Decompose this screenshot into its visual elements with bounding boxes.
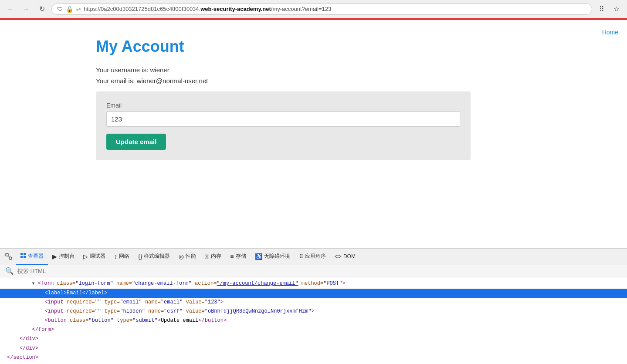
url-normal: https://0a2c00d30321725d81c65c4800f30034… [84,6,200,12]
shield-icon: 🛡 [57,6,63,13]
devtools-tab-app[interactable]: ⠿ 应用程序 [295,249,330,265]
app-label: 应用程序 [305,253,326,260]
browser-chrome: ← → ↻ 🛡 🔒 ⇌ https://0a2c00d30321725d81c6… [0,0,627,18]
devtools-tab-perf[interactable]: ◎ 性能 [174,249,200,265]
dom-label: DOM [343,253,356,260]
form-card: Email Update email [96,91,471,160]
home-link[interactable]: Home [602,29,618,36]
reload-button[interactable]: ↻ [36,3,48,15]
code-line-8: </div> [0,344,627,353]
storage-label: 存储 [236,253,246,260]
devtools-tab-memory[interactable]: ⧖ 内存 [200,249,226,265]
devtools-panel: 查看器 ▶ 控制台 ▷ 调试器 ↕ 网络 {} 样式编辑器 ◎ 性能 ⧖ 内存 … [0,248,627,364]
code-line-1: ▼ <form class="login-form" name="change-… [0,279,627,288]
email-label: Email [106,102,460,109]
email-input[interactable] [106,111,460,127]
console-icon: ▶ [52,253,57,260]
style-icon: {} [138,253,142,260]
update-email-button[interactable]: Update email [106,134,166,150]
tune-icon: ⇌ [76,6,81,13]
address-text: https://0a2c00d30321725d81c65c4800f30034… [84,6,586,12]
qr-button[interactable]: ⠿ [596,3,608,15]
search-input[interactable] [17,268,622,274]
devtools-search: 🔍 [0,265,627,277]
perf-label: 性能 [186,253,196,260]
code-line-9: </section> [0,353,627,362]
code-line-4: <input required="" type="hidden" name="c… [0,307,627,316]
svg-rect-6 [24,256,26,258]
devtools-tab-dom[interactable]: <> DOM [330,249,360,265]
svg-rect-3 [20,253,23,255]
dom-icon: <> [335,253,342,260]
perf-icon: ◎ [179,253,184,260]
page-title: My Account [96,37,627,56]
storage-icon: ≡ [230,253,234,260]
network-icon: ↕ [114,253,117,260]
devtools-tab-network[interactable]: ↕ 网络 [110,249,134,265]
devtools-tab-accessibility[interactable]: ♿ 无障碍环境 [251,249,295,265]
code-line-7: </div> [0,334,627,344]
url-bold: web-security-academy.net [200,6,271,12]
username-text: Your username is: wiener [96,66,627,74]
lock-icon: 🔒 [66,6,73,13]
search-icon: 🔍 [5,267,14,275]
svg-rect-0 [6,253,8,256]
devtools-tab-style[interactable]: {} 样式编辑器 [134,249,174,265]
code-line-5: <button class="button" type="submit">Upd… [0,316,627,325]
browser-actions: ⠿ ☆ [596,3,623,15]
svg-line-2 [9,256,10,257]
svg-rect-4 [24,253,26,255]
debugger-icon: ▷ [83,253,88,260]
page-content: Home My Account Your username is: wiener… [0,20,627,248]
accessibility-label: 无障碍环境 [264,253,290,260]
devtools-tab-storage[interactable]: ≡ 存储 [226,249,250,265]
email-text: Your email is: wiener@normal-user.net [96,77,627,84]
devtools-tab-console[interactable]: ▶ 控制台 [48,249,79,265]
accessibility-icon: ♿ [255,253,262,260]
devtools-tab-viewer[interactable]: 查看器 [16,249,48,265]
code-line-6: </form> [0,325,627,334]
code-line-2: <label>Email</label> [0,289,627,298]
address-bar[interactable]: 🛡 🔒 ⇌ https://0a2c00d30321725d81c65c4800… [51,3,592,15]
memory-icon: ⧖ [205,253,209,260]
debugger-label: 调试器 [90,253,105,260]
forward-button[interactable]: → [20,3,32,15]
network-label: 网络 [119,253,129,260]
devtools-inspect-icon[interactable] [2,250,16,264]
devtools-tabs: 查看器 ▶ 控制台 ▷ 调试器 ↕ 网络 {} 样式编辑器 ◎ 性能 ⧖ 内存 … [0,249,627,265]
devtools-tab-debugger[interactable]: ▷ 调试器 [79,249,110,265]
code-line-3: <input required="" type="email" name="em… [0,298,627,307]
viewer-label: 查看器 [28,253,44,260]
viewer-icon [20,253,26,260]
triangle-icon: ▼ [32,281,35,286]
console-label: 控制台 [59,253,75,260]
back-button[interactable]: ← [4,3,17,15]
main-area: My Account Your username is: wiener Your… [0,20,627,178]
svg-point-1 [9,257,12,260]
memory-label: 内存 [211,253,221,260]
url-path: /my-account?email=123 [271,6,331,12]
devtools-code: ▼ <form class="login-form" name="change-… [0,277,627,364]
svg-rect-5 [20,256,23,258]
style-label: 样式编辑器 [144,253,170,260]
bookmark-button[interactable]: ☆ [610,3,623,15]
app-icon: ⠿ [299,253,303,260]
